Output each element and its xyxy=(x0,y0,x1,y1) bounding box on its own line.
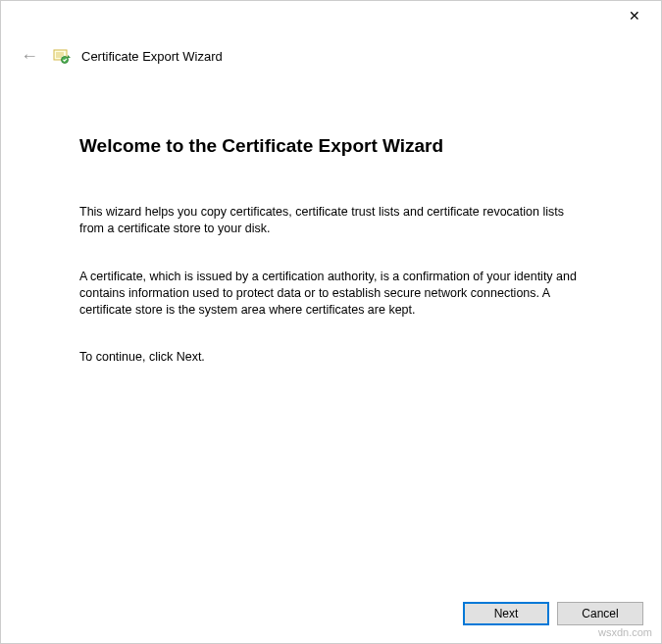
svg-point-4 xyxy=(62,56,69,63)
certificate-icon xyxy=(52,47,72,67)
cancel-button[interactable]: Cancel xyxy=(557,602,643,625)
watermark-text: wsxdn.com xyxy=(598,626,652,638)
continue-hint: To continue, click Next. xyxy=(79,349,580,366)
wizard-content: Welcome to the Certificate Export Wizard… xyxy=(1,76,661,586)
wizard-header: ← Certificate Export Wizard xyxy=(1,30,661,76)
page-heading: Welcome to the Certificate Export Wizard xyxy=(79,135,602,157)
intro-paragraph-2: A certificate, which is issued by a cert… xyxy=(79,269,580,319)
wizard-title: Certificate Export Wizard xyxy=(81,49,223,64)
wizard-window: ✕ ← Certificate Export Wizard Welcome to… xyxy=(0,0,662,644)
next-button[interactable]: Next xyxy=(463,602,549,625)
wizard-footer: Next Cancel xyxy=(1,586,661,643)
intro-paragraph-1: This wizard helps you copy certificates,… xyxy=(79,204,580,237)
back-arrow-icon: ← xyxy=(21,46,42,67)
close-button[interactable]: ✕ xyxy=(620,1,649,30)
titlebar: ✕ xyxy=(1,1,661,30)
